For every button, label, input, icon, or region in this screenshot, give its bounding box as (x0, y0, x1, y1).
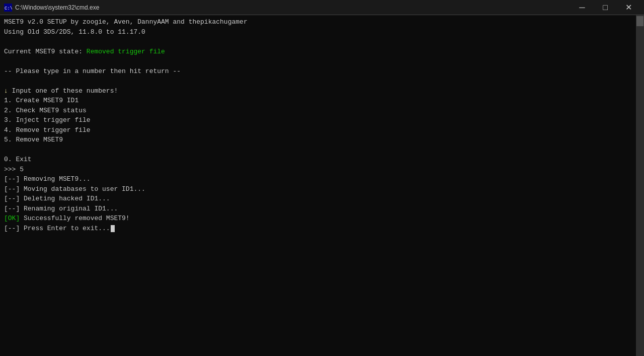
console-line-5 (4, 56, 634, 66)
console-line-3 (4, 37, 634, 47)
maximize-button[interactable]: □ (594, 0, 617, 15)
console-line-20: [--] Renaming original ID1... (4, 204, 634, 214)
svg-text:C:\: C:\ (5, 6, 12, 11)
ok-message: Successfully removed MSET9! (20, 215, 129, 222)
console-line-7 (4, 76, 634, 86)
console-line-4: Current MSET9 state: Removed trigger fil… (4, 47, 634, 57)
title-bar-controls: ─ □ ✕ (571, 0, 640, 15)
console-line-1: MSET9 v2.0 SETUP by zoogie, Aven, DannyA… (4, 17, 634, 27)
console-line-15: 0. Exit (4, 155, 634, 165)
input-prompt-text: Input one of these numbers! (12, 87, 118, 95)
close-button[interactable]: ✕ (617, 0, 640, 15)
ok-badge: [OK] (4, 215, 20, 222)
console-line-2: Using Old 3DS/2DS, 11.8.0 to 11.17.0 (4, 27, 634, 37)
console-line-11: 3. Inject trigger file (4, 115, 634, 125)
state-value: Removed trigger file (87, 48, 165, 55)
console-line-9: 1. Create MSET9 ID1 (4, 96, 634, 106)
minimize-button[interactable]: ─ (571, 0, 594, 15)
title-bar-left: C:\ C:\Windows\system32\cmd.exe (4, 4, 99, 12)
cmd-icon: C:\ (4, 4, 12, 12)
console-line-13: 5. Remove MSET9 (4, 135, 634, 145)
console-line-18: [--] Moving databases to user ID1... (4, 184, 634, 194)
console-line-19: [--] Deleting hacked ID1... (4, 194, 634, 204)
console-line-17: [--] Removing MSET9... (4, 174, 634, 184)
console-line-22: [--] Press Enter to exit... (4, 224, 634, 234)
state-label: Current MSET9 state: (4, 48, 87, 55)
console-line-21: [OK] Successfully removed MSET9! (4, 213, 634, 224)
title-bar: C:\ C:\Windows\system32\cmd.exe ─ □ ✕ (0, 0, 644, 15)
scrollbar-track[interactable] (636, 15, 644, 356)
cursor-blink (111, 225, 115, 232)
exit-prompt: [--] Press Enter to exit... (4, 225, 110, 232)
console-area: MSET9 v2.0 SETUP by zoogie, Aven, DannyA… (0, 15, 644, 356)
scrollbar-thumb[interactable] (636, 16, 643, 26)
console-line-14 (4, 145, 634, 155)
console-line-6: -- Please type in a number then hit retu… (4, 66, 634, 77)
console-line-10: 2. Check MSET9 status (4, 106, 634, 116)
console-line-12: 4. Remove trigger file (4, 125, 634, 135)
console-line-16: >>> 5 (4, 165, 634, 175)
console-line-8: ↓ Input one of these numbers! (4, 86, 634, 96)
title-bar-title: C:\Windows\system32\cmd.exe (15, 4, 99, 11)
arrow-icon: ↓ (4, 87, 12, 95)
